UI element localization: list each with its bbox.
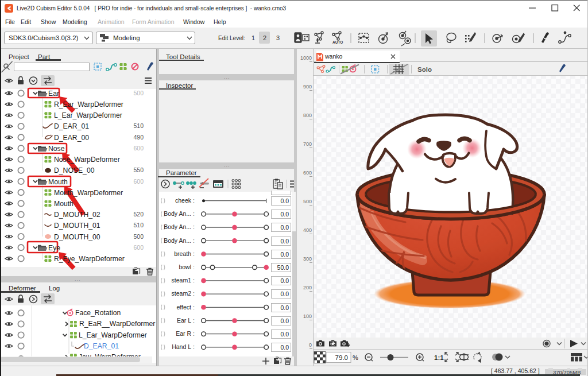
svg-text:1:1: 1:1 (434, 354, 444, 361)
svg-text:700: 700 (303, 141, 312, 147)
svg-text:400: 400 (303, 227, 312, 233)
svg-text:800: 800 (303, 113, 312, 118)
svg-text:1000: 1000 (300, 55, 312, 61)
svg-text:79.0: 79.0 (335, 354, 348, 361)
svg-text:%: % (353, 354, 358, 361)
svg-text:Solo: Solo (417, 66, 432, 73)
svg-text:300: 300 (303, 256, 312, 262)
svg-text:900: 900 (303, 84, 312, 90)
svg-text:AUTO: AUTO (332, 40, 343, 44)
svg-text:200: 200 (303, 285, 312, 290)
svg-text:600: 600 (303, 170, 312, 176)
svg-text:100: 100 (303, 313, 312, 319)
svg-text:500: 500 (303, 199, 312, 204)
svg-text:0: 0 (309, 342, 312, 348)
